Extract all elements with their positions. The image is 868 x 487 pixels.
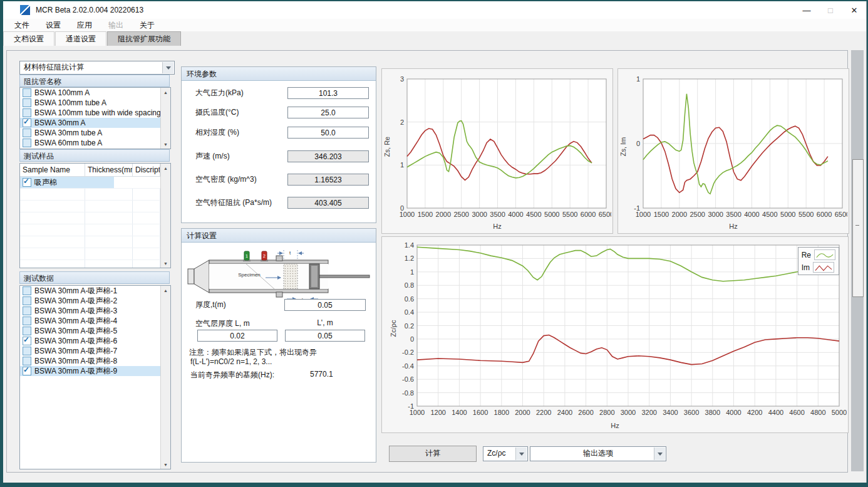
svg-text:4500: 4500	[526, 211, 541, 218]
scroll-down-icon[interactable]: ▼	[161, 259, 170, 268]
unchecked-checkbox-icon[interactable]	[23, 306, 31, 315]
tab-文档设置[interactable]: 文档设置	[3, 31, 54, 46]
maximize-button[interactable]: □	[819, 1, 842, 19]
chevron-down-icon[interactable]	[162, 62, 173, 73]
unchecked-checkbox-icon[interactable]	[23, 327, 31, 335]
menu-item[interactable]: 文件	[12, 20, 32, 31]
svg-text:0: 0	[636, 140, 640, 147]
data-list-header: 测试数据	[19, 271, 170, 284]
list-item[interactable]: BSWA 30mm A-吸声棉-6	[20, 336, 170, 346]
base-freq-label: 当前奇异频率的基频(Hz):	[190, 370, 274, 380]
empty-cell	[133, 189, 160, 200]
list-item-label: BSWA 30mm A-吸声棉-5	[34, 326, 117, 337]
menu-item[interactable]: 应用	[75, 20, 95, 31]
svg-text:3: 3	[400, 75, 404, 83]
empty-cell	[85, 224, 133, 236]
list-item[interactable]: BSWA 30mm A-吸声棉-3	[20, 306, 170, 316]
main-panel: 材料特征阻抗计算 阻抗管名称 BSWA 100mm ABSWA 100mm tu…	[6, 50, 848, 473]
list-item[interactable]: BSWA 30mm A-吸声棉-8	[20, 356, 170, 366]
svg-text:0: 0	[410, 335, 414, 343]
air-layer-label: 空气层厚度 L, m	[195, 318, 250, 329]
legend-entry[interactable]: Im	[802, 262, 835, 273]
unchecked-checkbox-icon[interactable]	[23, 317, 31, 325]
list-item[interactable]: BSWA 60mm tube A	[20, 138, 170, 148]
checked-checkbox-icon[interactable]	[23, 367, 31, 375]
empty-cell	[133, 260, 160, 268]
list-item[interactable]: BSWA 30mm A	[20, 118, 170, 128]
unchecked-checkbox-icon[interactable]	[23, 286, 31, 295]
scroll-up-icon[interactable]: ▲	[161, 88, 170, 97]
svg-text:5000: 5000	[544, 211, 559, 218]
output-options-combo[interactable]: 输出选项	[530, 446, 666, 461]
column-header[interactable]: Sample Name	[20, 164, 85, 176]
svg-text:2000: 2000	[436, 211, 451, 218]
scroll-down-icon[interactable]: ▼	[161, 460, 170, 469]
chart-canvas: 1000150020002500300035004000450050005500…	[618, 69, 847, 232]
chevron-down-icon[interactable]	[515, 448, 527, 460]
env-field-input[interactable]: 101.3	[287, 87, 369, 99]
list-item-label: BSWA 100mm tube with wide spacing	[34, 108, 161, 117]
tab-阻抗管扩展功能[interactable]: 阻抗管扩展功能	[107, 31, 181, 46]
thickness-input[interactable]: 0.05	[284, 299, 366, 311]
chevron-down-icon[interactable]	[654, 448, 665, 460]
air-layer-input[interactable]: 0.02	[197, 330, 277, 342]
scroll-up-icon[interactable]: ▲	[161, 286, 170, 295]
unchecked-checkbox-icon[interactable]	[23, 357, 31, 365]
menu-item: 输出	[106, 20, 126, 31]
main-vertical-scrollbar[interactable]	[851, 50, 864, 471]
empty-cell	[20, 212, 85, 224]
list-item[interactable]: BSWA 100mm tube A	[20, 98, 170, 108]
empty-cell	[133, 248, 160, 259]
unchecked-checkbox-icon[interactable]	[23, 347, 31, 355]
column-header[interactable]: Discription	[133, 164, 160, 176]
unchecked-checkbox-icon[interactable]	[23, 98, 31, 107]
quantity-combo[interactable]: Zc/ρc	[483, 446, 528, 461]
calculate-button[interactable]: 计算	[389, 446, 477, 462]
menu-item[interactable]: 关于	[137, 20, 157, 31]
svg-text:-0.2: -0.2	[402, 348, 414, 356]
specimen-shape	[284, 264, 297, 289]
table-row[interactable]: 吸声棉	[20, 177, 170, 189]
list-item[interactable]: BSWA 100mm tube with wide spacing	[20, 108, 170, 118]
table-scrollbar[interactable]: ▲▼	[160, 164, 170, 268]
scrollbar-thumb[interactable]	[852, 159, 864, 297]
empty-table-row	[20, 189, 170, 201]
env-field-input[interactable]: 25.0	[287, 107, 369, 118]
l-prime-input[interactable]: 0.05	[285, 330, 365, 342]
list-item[interactable]: BSWA 30mm A-吸声棉-5	[20, 326, 170, 336]
menu-item[interactable]: 设置	[43, 20, 63, 31]
sample-name-cell[interactable]: 吸声棉	[20, 177, 114, 188]
empty-table-row	[20, 236, 170, 248]
close-button[interactable]: ✕	[842, 1, 866, 19]
checked-checkbox-icon[interactable]	[23, 337, 31, 345]
list-item[interactable]: BSWA 30mm A-吸声棉-2	[20, 296, 170, 306]
unchecked-checkbox-icon[interactable]	[23, 108, 31, 117]
empty-table-row	[20, 248, 170, 260]
list-scrollbar[interactable]: ▲▼	[160, 88, 170, 149]
scroll-down-icon[interactable]: ▼	[161, 140, 170, 149]
tab-通道设置[interactable]: 通道设置	[55, 31, 106, 46]
scroll-up-icon[interactable]: ▲	[161, 164, 170, 172]
svg-text:-0.8: -0.8	[402, 389, 414, 397]
list-item[interactable]: BSWA 100mm A	[20, 88, 170, 98]
list-item[interactable]: BSWA 30mm tube A	[20, 128, 170, 138]
unchecked-checkbox-icon[interactable]	[23, 139, 31, 147]
list-item[interactable]: BSWA 30mm A-吸声棉-1	[20, 286, 170, 296]
column-header[interactable]: Thickness(mm)	[85, 164, 133, 176]
unchecked-checkbox-icon[interactable]	[23, 296, 31, 305]
list-item[interactable]: BSWA 30mm A-吸声棉-7	[20, 346, 170, 356]
list-item[interactable]: BSWA 30mm A-吸声棉-4	[20, 316, 170, 326]
env-field-input[interactable]: 50.0	[287, 127, 369, 139]
checked-checkbox-icon[interactable]	[23, 178, 31, 187]
unchecked-checkbox-icon[interactable]	[23, 128, 31, 137]
minimize-button[interactable]: —	[795, 1, 819, 19]
svg-text:4000: 4000	[508, 211, 523, 218]
legend-entry[interactable]: Re	[802, 249, 835, 260]
empty-cell	[85, 260, 133, 268]
list-scrollbar[interactable]: ▲▼	[160, 286, 170, 469]
unchecked-checkbox-icon[interactable]	[23, 88, 31, 97]
calc-type-combo[interactable]: 材料特征阻抗计算	[19, 61, 175, 75]
checked-checkbox-icon[interactable]	[23, 118, 31, 127]
list-item[interactable]: BSWA 30mm A-吸声棉-9	[20, 366, 170, 376]
output-combo-value: 输出选项	[583, 449, 613, 458]
